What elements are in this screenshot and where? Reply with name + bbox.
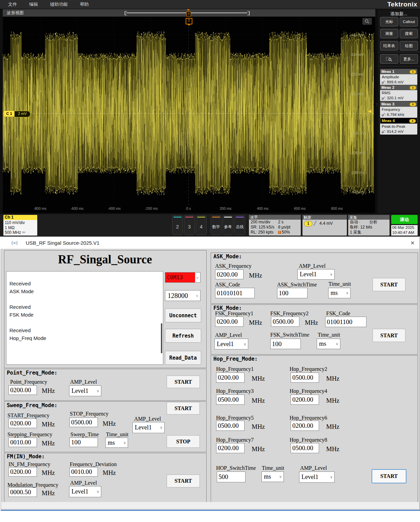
menu-item-help[interactable]: 帮助 — [80, 1, 89, 7]
meas4-card[interactable]: Meas 41 Peak-to-Peakμ': 914.2 mV — [380, 118, 417, 135]
results-table-button[interactable]: 结果表 — [380, 41, 398, 51]
hop-switchtime-input[interactable] — [217, 471, 246, 482]
ask-start-button[interactable]: START — [373, 278, 405, 291]
pan-bracket-left[interactable] — [125, 11, 127, 15]
fsk-amp-level-select[interactable]: Level1∨ — [214, 339, 248, 349]
chevron-down-icon: ∨ — [196, 276, 199, 280]
ground-level-arrow-icon[interactable]: ◀ — [368, 108, 371, 114]
more-button[interactable]: 更多... — [400, 54, 418, 64]
sweep-time-unit-select[interactable]: ms∨ — [105, 438, 128, 448]
baud-rate-select[interactable]: 128000 ∨ — [165, 290, 201, 301]
fsk-switchtime-input[interactable] — [270, 339, 301, 349]
com-port-select[interactable]: COM13 ∨ — [165, 272, 201, 283]
meas3-card[interactable]: Meas 31 Frequencyμ': 6.794 kHz — [380, 101, 417, 118]
math-button[interactable]: 数学 — [211, 215, 222, 235]
meas1-card[interactable]: Meas 11 Amplitudeμ': 899.6 mV — [380, 69, 417, 85]
point-start-button[interactable]: START — [167, 376, 200, 388]
mhz-unit: MHz — [252, 375, 265, 382]
roll-mode-button[interactable]: 滚动 — [391, 215, 418, 224]
hop-frequency3-input[interactable] — [216, 395, 245, 405]
frequency-deviation-input[interactable] — [69, 467, 98, 477]
meas2-card[interactable]: Meas 21 RMSμ': 320.1 mV — [380, 85, 417, 101]
sweep-stop-button[interactable]: STOP — [167, 435, 200, 448]
hop-frequency8-input[interactable] — [291, 443, 319, 453]
fsk-frequency2-input[interactable] — [271, 317, 299, 327]
callout-button[interactable]: Callout — [400, 17, 418, 26]
time-axis-label: -600 ms — [68, 206, 87, 210]
voltage-axis-label: 110 mV — [351, 92, 363, 96]
meas4-body: Peak-to-Peakμ': 914.2 mV — [380, 124, 417, 135]
hop-frequency4-input[interactable] — [291, 395, 319, 405]
menu-item-file[interactable]: 文件 — [8, 1, 17, 7]
message-log-textarea[interactable]: Received ASK Mode Received FSK Mode Rece… — [6, 271, 163, 365]
log-scrollbar-thumb[interactable] — [161, 323, 162, 353]
acquisition-settings-card[interactable]: 采集 自动 ·分析 取样: 12 bits 1 采集 — [348, 215, 390, 236]
ask-switchtime-input[interactable] — [277, 288, 308, 298]
fm-amp-level-select[interactable]: Level1∨ — [69, 486, 101, 497]
sweep-amp-level-label: AMP_Level — [134, 416, 161, 422]
ask-frequency-input[interactable] — [215, 269, 244, 279]
pan-bracket-right[interactable] — [247, 11, 250, 15]
fsk-code-input[interactable] — [325, 317, 366, 327]
panel-drag-handle-icon[interactable]: ⋮ — [375, 103, 379, 105]
in-fm-frequency-label: IN_FM_Frequency — [8, 461, 50, 467]
hop-frequency8-label: Hop_Frequency8 — [290, 437, 327, 443]
horizontal-settings-card[interactable]: 水平 200 ms/div2 s SR: 125 kS/s8 μs/pt RL:… — [249, 215, 301, 236]
refresh-button[interactable]: Refresh — [165, 329, 201, 343]
channel1-settings-card[interactable]: Ch 1 110 mV/div 1 MΩ 500 MHz ᴮᵂ — [3, 215, 37, 236]
com-port-value: COM13 — [165, 273, 195, 282]
tektronix-logo: Tektronix — [387, 1, 417, 8]
point-frequency-input[interactable] — [8, 385, 37, 395]
search-button[interactable]: 搜索 — [400, 29, 418, 38]
menu-item-utility[interactable]: 辅助功能 — [50, 1, 68, 7]
channel2-button[interactable]: 2 — [172, 215, 183, 235]
in-fm-frequency-input[interactable] — [8, 467, 37, 477]
hop-frequency2-input[interactable] — [291, 373, 319, 383]
sweep-amp-level-select[interactable]: Level1∨ — [132, 422, 165, 433]
hop-frequency7-input[interactable] — [216, 443, 245, 453]
zoom-tool-chip[interactable] — [362, 18, 372, 25]
trigger-position-marker[interactable]: T — [186, 12, 191, 17]
channel3-button[interactable]: 3 — [184, 215, 195, 235]
hop-start-button[interactable]: START — [372, 469, 406, 483]
reference-button[interactable]: 参考 — [223, 215, 233, 235]
window-bottom-strip — [1, 502, 419, 509]
close-button[interactable]: ✕ — [408, 239, 417, 247]
stepping-frequency-input[interactable] — [8, 438, 37, 447]
zoom-mode-button[interactable] — [380, 54, 398, 64]
ask-code-input[interactable] — [215, 288, 255, 298]
hop-frequency6-input[interactable] — [291, 421, 319, 431]
scope-statusbar: Ch 1 110 mV/div 1 MΩ 500 MHz ᴮᵂ 2 3 4 数学… — [0, 214, 420, 237]
sweep-start-button[interactable]: START — [167, 402, 200, 415]
cursor-button[interactable]: 光标 — [380, 17, 398, 26]
channel1-badge[interactable]: C 1 — [4, 111, 14, 117]
fsk-time-unit-select[interactable]: ms∨ — [317, 339, 340, 349]
fsk-frequency2-label: FSK_Frequency2 — [270, 310, 309, 317]
modulation-frequency-input[interactable] — [8, 487, 37, 497]
hop-frequency1-input[interactable] — [216, 373, 245, 383]
hop-frequency5-input[interactable] — [216, 421, 245, 431]
sweep-time-input[interactable] — [69, 438, 98, 447]
unconnect-button[interactable]: Unconnect — [165, 308, 201, 322]
ask-amp-level-select[interactable]: Level1∨ — [297, 269, 335, 280]
add-new-label: 添加新... — [377, 11, 420, 17]
ask-time-unit-select[interactable]: ms∨ — [328, 288, 351, 298]
fsk-frequency1-input[interactable] — [215, 317, 244, 327]
measure-button[interactable]: 测量 — [380, 29, 398, 38]
bus-button[interactable]: 总线 — [234, 215, 245, 235]
plot-button[interactable]: 绘图 — [400, 41, 418, 51]
stop-frequency-input[interactable] — [69, 418, 98, 427]
point-amp-level-select[interactable]: Level1∨ — [69, 385, 101, 396]
trigger-settings-card[interactable]: 触发 1 ╱ 4.4 mV — [302, 215, 347, 236]
fm-start-button[interactable]: START — [167, 475, 200, 487]
hop-time-unit-select[interactable]: ms∨ — [261, 471, 284, 482]
menu-item-edit[interactable]: 编辑 — [29, 1, 38, 7]
read-data-button[interactable]: Read_Data — [165, 351, 201, 365]
channel4-button[interactable]: 4 — [196, 215, 207, 235]
hop-amp-level-label: AMP_Level — [300, 465, 327, 471]
hop-amp-level-select[interactable]: Level1∨ — [299, 471, 335, 483]
waveform-canvas — [3, 17, 374, 206]
start-frequency-input[interactable] — [8, 419, 37, 428]
fsk-start-button[interactable]: START — [373, 329, 405, 342]
trigger-position-arrow[interactable] — [187, 9, 190, 11]
